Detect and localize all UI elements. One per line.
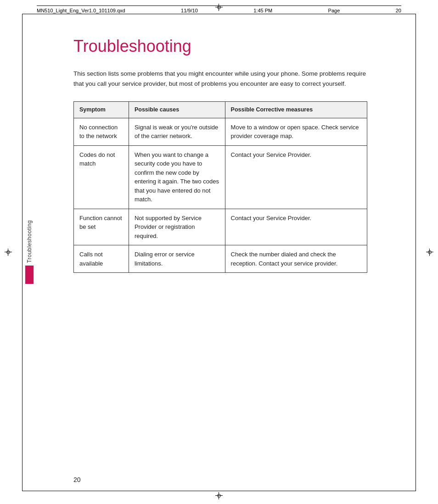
border-bottom (22, 491, 416, 491)
corrective-3: Contact your Service Provider. (225, 209, 367, 245)
table-row: No connection to the network Signal is w… (74, 118, 367, 145)
sidebar-bar (25, 266, 34, 284)
reg-mark-left (5, 249, 12, 256)
date-info: 11/9/10 (181, 8, 198, 13)
reg-mark-right (426, 249, 433, 256)
table-header-row: Symptom Possible causes Possible Correct… (74, 102, 367, 118)
troubleshooting-table: Symptom Possible causes Possible Correct… (73, 101, 367, 273)
intro-paragraph: This section lists some problems that yo… (73, 69, 376, 89)
page-number: 20 (73, 476, 81, 483)
reg-mark-bottom (215, 492, 223, 499)
page-num-header: 20 (396, 8, 401, 13)
symptom-4: Calls not available (74, 245, 129, 273)
sidebar-label-container: Troubleshooting (25, 220, 34, 284)
symptom-3: Function cannot be set (74, 209, 129, 245)
causes-4: Dialing error or service limitations. (129, 245, 225, 273)
causes-2: When you want to change a security code … (129, 145, 225, 209)
table-row: Codes do not match When you want to chan… (74, 145, 367, 209)
page-label: Page (328, 8, 340, 13)
border-left (22, 14, 22, 491)
table-row: Function cannot be set Not supported by … (74, 209, 367, 245)
corrective-1: Move to a window or open space. Check se… (225, 118, 367, 145)
border-right (416, 14, 416, 491)
causes-3: Not supported by Service Provider or reg… (129, 209, 225, 245)
header-bar: MN510_Light_Eng_Ver1.0_101109.qxd 11/9/1… (37, 6, 401, 13)
col-header-symptom: Symptom (74, 102, 129, 118)
sidebar-text: Troubleshooting (26, 220, 33, 263)
symptom-2: Codes do not match (74, 145, 129, 209)
col-header-corrective: Possible Corrective measures (225, 102, 367, 118)
col-header-causes: Possible causes (129, 102, 225, 118)
file-info: MN510_Light_Eng_Ver1.0_101109.qxd (37, 8, 125, 13)
causes-1: Signal is weak or you're outside of the … (129, 118, 225, 145)
main-content: Troubleshooting This section lists some … (73, 37, 401, 273)
header-text: MN510_Light_Eng_Ver1.0_101109.qxd 11/9/1… (37, 8, 401, 13)
symptom-1: No connection to the network (74, 118, 129, 145)
time-info: 1:45 PM (253, 8, 272, 13)
corrective-2: Contact your Service Provider. (225, 145, 367, 209)
table-row: Calls not available Dialing error or ser… (74, 245, 367, 273)
corrective-4: Check the number dialed and check the re… (225, 245, 367, 273)
page-title: Troubleshooting (73, 37, 401, 56)
border-top (22, 14, 416, 14)
